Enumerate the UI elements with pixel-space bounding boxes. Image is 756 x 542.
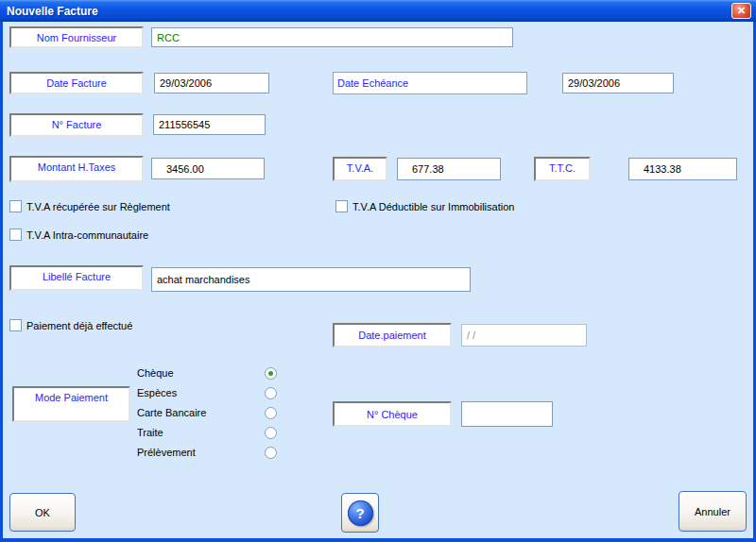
help-button[interactable]: ? — [341, 493, 379, 533]
payment-option-prelevement-radio[interactable] — [265, 447, 277, 459]
vat-intracommunity-checkbox-row: T.V.A Intra-communautaire — [9, 229, 148, 241]
ok-button[interactable]: OK — [9, 493, 76, 532]
vat-recovered-label: T.V.A récupérée sur Règlement — [26, 201, 170, 212]
payment-mode-label: Mode Paiement — [12, 386, 130, 422]
invoice-number-label: N° Facture — [9, 113, 144, 137]
payment-date-label: Date.paiement — [333, 323, 452, 347]
cheque-number-label: N° Chèque — [333, 401, 452, 427]
close-button[interactable]: ✕ — [731, 3, 751, 19]
payment-option-carte-label: Carte Bancaire — [137, 407, 206, 418]
vat-deductible-label: T.V.A Déductible sur Immobilisation — [352, 201, 514, 212]
total-incl-tax-input[interactable]: 4133.38 — [628, 158, 737, 180]
amount-excl-tax-label: Montant H.Taxes — [9, 156, 144, 182]
payment-date-input[interactable]: / / — [461, 324, 587, 347]
vat-intracommunity-checkbox[interactable] — [9, 229, 22, 241]
cancel-button[interactable]: Annuler — [679, 491, 747, 532]
payment-option-prelevement-label: Prélèvement — [137, 447, 196, 458]
window-border-bottom — [0, 538, 756, 542]
invoice-description-label: Libellé Facture — [9, 265, 144, 291]
invoice-date-label: Date Facture — [9, 72, 144, 94]
payment-option-especes-radio[interactable] — [265, 387, 277, 399]
vat-recovered-checkbox[interactable] — [9, 200, 22, 212]
payment-option-especes-label: Espèces — [137, 387, 177, 398]
cheque-number-input[interactable] — [461, 401, 553, 427]
payment-option-traite-radio[interactable] — [265, 427, 277, 439]
invoice-number-input[interactable]: 211556545 — [153, 114, 266, 135]
invoice-date-input[interactable]: 29/03/2006 — [154, 73, 269, 93]
title-bar[interactable]: Nouvelle Facture — [0, 0, 756, 22]
window-border-left — [0, 22, 3, 542]
invoice-description-input[interactable]: achat marchandises — [151, 267, 471, 292]
supplier-name-input[interactable]: RCC — [151, 27, 513, 47]
payment-option-cheque-radio[interactable] — [265, 367, 277, 380]
help-icon: ? — [348, 500, 373, 526]
amount-excl-tax-input[interactable]: 3456.00 — [151, 158, 265, 179]
vat-label: T.V.A. — [333, 157, 387, 181]
total-incl-tax-label: T.T.C. — [534, 157, 591, 181]
close-icon: ✕ — [737, 5, 746, 17]
window-title: Nouvelle Facture — [7, 5, 98, 18]
supplier-name-label: Nom Fournisseur — [9, 26, 144, 48]
payment-option-cheque-label: Chèque — [137, 367, 174, 379]
due-date-label: Date Echéance — [333, 72, 527, 94]
vat-deductible-checkbox-row: T.V.A Déductible sur Immobilisation — [335, 200, 514, 212]
payment-option-carte-radio[interactable] — [265, 407, 277, 419]
payment-made-label: Paiement déjà effectué — [26, 320, 132, 331]
payment-option-traite-label: Traite — [137, 427, 163, 438]
due-date-input[interactable]: 29/03/2006 — [562, 73, 674, 93]
payment-made-checkbox[interactable] — [9, 319, 22, 331]
payment-made-checkbox-row: Paiement déjà effectué — [9, 319, 132, 331]
new-invoice-dialog: Nouvelle Facture ✕ Nom Fournisseur RCC D… — [0, 0, 756, 542]
vat-deductible-checkbox[interactable] — [335, 200, 348, 212]
vat-intracommunity-label: T.V.A Intra-communautaire — [26, 229, 148, 241]
vat-recovered-checkbox-row: T.V.A récupérée sur Règlement — [9, 200, 170, 212]
vat-input[interactable]: 677.38 — [397, 158, 501, 180]
